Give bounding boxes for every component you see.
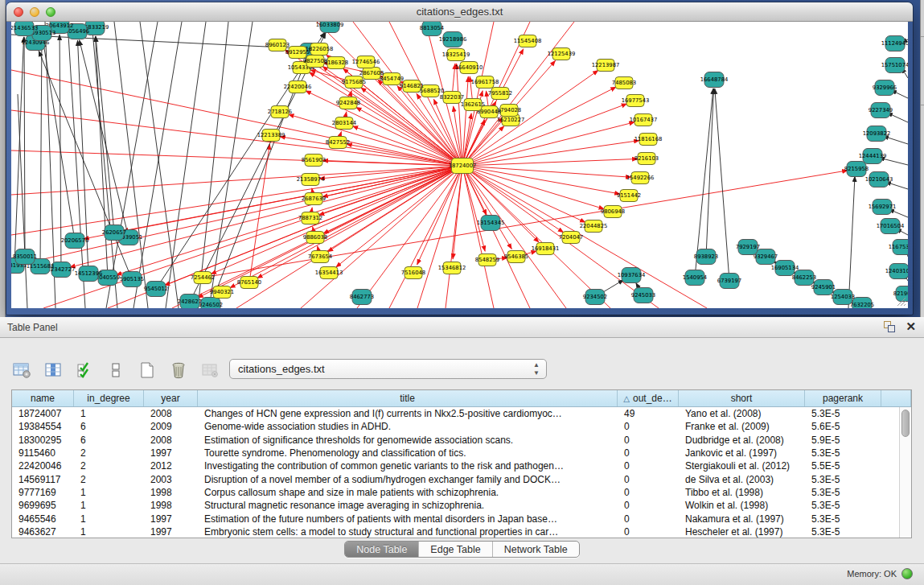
network-node-teal[interactable]: 9234502 — [583, 290, 607, 305]
delete-column-icon[interactable] — [168, 360, 189, 381]
table-row[interactable]: 1456911722003Disruption of a novel membe… — [12, 472, 899, 485]
vertical-scrollbar[interactable] — [899, 407, 911, 538]
import-table-disabled-icon[interactable] — [199, 360, 220, 381]
column-header-title[interactable]: title — [198, 390, 618, 406]
column-header-in_degree[interactable]: in_degree — [74, 390, 144, 406]
network-node-yellow[interactable]: 9175685 — [342, 76, 366, 89]
network-node-yellow[interactable]: 16354413 — [315, 267, 343, 279]
network-node-yellow[interactable]: 11816168 — [634, 134, 663, 146]
row-height-icon[interactable] — [105, 360, 126, 381]
network-node-teal[interactable]: 2620657 — [102, 225, 126, 241]
table-options-icon[interactable] — [11, 360, 32, 381]
tab-node-table[interactable]: Node Table — [345, 542, 419, 557]
network-node-yellow[interactable]: 8561903 — [302, 154, 326, 167]
float-panel-icon[interactable] — [883, 320, 896, 333]
network-node-teal[interactable]: 6739197 — [717, 274, 741, 289]
network-node-yellow[interactable]: 12125439 — [548, 48, 576, 60]
network-node-yellow[interactable]: 9151442 — [617, 190, 641, 202]
network-node-yellow[interactable]: 1362615 — [461, 99, 485, 111]
table-row[interactable]: 1830029562008Estimation of significance … — [12, 434, 899, 447]
network-node-yellow[interactable]: 15346812 — [438, 262, 466, 274]
table-row[interactable]: 2242004622012Investigating the contribut… — [12, 459, 899, 472]
column-header-pagerank[interactable]: pagerank — [805, 390, 881, 406]
network-node-yellow[interactable]: 8765140 — [237, 277, 261, 289]
network-node-yellow[interactable]: 18724007 — [449, 159, 477, 174]
network-node-yellow[interactable]: 8427552 — [326, 137, 350, 149]
network-node-teal[interactable]: 20206576 — [61, 233, 89, 249]
network-node-teal[interactable]: 8215958 — [844, 162, 869, 177]
network-node-yellow[interactable]: 2718126 — [268, 106, 292, 118]
network-node-teal[interactable]: 8462773 — [350, 290, 374, 305]
network-node-teal[interactable]: 8462253 — [792, 270, 816, 286]
column-header-short[interactable]: short — [679, 390, 805, 406]
network-node-yellow[interactable]: 7254462 — [191, 272, 215, 284]
network-node-teal[interactable]: 1254033 — [831, 290, 855, 305]
network-node-teal[interactable]: 9246502 — [199, 298, 223, 309]
tab-network-table[interactable]: Network Table — [493, 542, 579, 557]
table-row[interactable]: 946554611997Estimation of the future num… — [12, 512, 899, 525]
network-node-yellow[interactable]: 7485083 — [612, 77, 636, 89]
network-node-teal[interactable]: 16648784 — [700, 72, 729, 88]
network-node-teal[interactable]: 7929197 — [736, 240, 760, 255]
network-node-teal[interactable]: 19218986 — [439, 32, 467, 47]
network-node-yellow[interactable]: 9827508 — [303, 56, 327, 68]
network-node-yellow[interactable]: 8548259 — [475, 254, 499, 266]
network-canvas[interactable]: 8219041124031061167533517016504156929711… — [11, 22, 908, 308]
network-node-yellow[interactable]: 12746546 — [352, 56, 380, 68]
network-node-teal[interactable]: 9329966 — [873, 80, 897, 96]
table-row[interactable]: 1938455462009Genome-wide association stu… — [12, 420, 899, 433]
network-view-window[interactable]: citations_edges.txt 82190411240310611675… — [6, 2, 913, 315]
network-node-teal[interactable]: 1540954 — [683, 270, 707, 286]
network-node-yellow[interactable]: 7516048 — [401, 267, 425, 279]
left-divider-strip[interactable] — [0, 0, 6, 317]
table-row[interactable]: 946362711997Embryonic stem cells: a mode… — [12, 525, 899, 538]
table-row[interactable]: 1872400712008Changes of HCN gene express… — [12, 407, 899, 420]
table-row[interactable]: 911546021997Tourette syndrome. Phenomeno… — [12, 447, 899, 459]
scrollbar-thumb[interactable] — [901, 410, 910, 437]
network-node-yellow[interactable]: 16977543 — [622, 95, 650, 107]
network-node-yellow[interactable]: 9940321 — [210, 286, 234, 299]
show-columns-icon[interactable] — [43, 360, 64, 381]
network-node-yellow[interactable]: 2867608 — [359, 68, 384, 80]
network-table-selector[interactable]: citations_edges.txt ▲▼ — [229, 359, 547, 379]
network-node-yellow[interactable]: 12213389 — [257, 130, 285, 142]
network-node-yellow[interactable]: 11545408 — [514, 35, 542, 47]
network-node-yellow[interactable]: 7673654 — [308, 251, 332, 263]
column-header-year[interactable]: year — [144, 390, 198, 406]
network-node-yellow[interactable]: 2687639 — [302, 193, 326, 205]
table-row[interactable]: 969969511998Structural magnetic resonanc… — [12, 499, 899, 512]
network-node-yellow[interactable]: 12213987 — [592, 60, 620, 72]
network-node-teal[interactable]: 11124940 — [881, 36, 908, 51]
network-node-yellow[interactable]: 8216103 — [634, 153, 659, 165]
network-node-teal[interactable]: 8350011 — [13, 249, 37, 265]
window-titlebar[interactable]: citations_edges.txt — [6, 2, 913, 22]
network-node-teal[interactable]: 15751074 — [881, 58, 908, 73]
memory-status-button[interactable] — [901, 568, 913, 579]
network-node-yellow[interactable]: 18325419 — [442, 49, 470, 61]
network-node-yellow[interactable]: 2803144 — [332, 117, 356, 130]
network-node-teal[interactable]: 12403106 — [885, 264, 908, 279]
column-header-out_de[interactable]: △out_de… — [618, 390, 679, 406]
network-node-teal[interactable]: 2428627 — [178, 295, 202, 309]
tab-edge-table[interactable]: Edge Table — [419, 542, 492, 557]
network-node-teal[interactable]: 9545012 — [144, 282, 168, 297]
network-node-teal[interactable]: 17016504 — [877, 219, 905, 234]
network-node-teal[interactable]: 9245901 — [811, 280, 836, 295]
network-node-teal[interactable]: 8938923 — [694, 249, 718, 265]
network-node-yellow[interactable]: 16640910 — [455, 62, 483, 74]
network-node-yellow[interactable]: 7955812 — [488, 88, 512, 100]
network-node-yellow[interactable]: 8960123 — [265, 39, 290, 51]
network-node-yellow[interactable]: 22420046 — [284, 81, 312, 93]
close-panel-icon[interactable]: ✕ — [906, 320, 916, 333]
resize-grip-icon[interactable] — [895, 295, 906, 307]
network-node-teal[interactable]: 5905135 — [120, 272, 144, 287]
network-node-yellow[interactable]: 9806948 — [601, 206, 625, 218]
network-node-teal[interactable]: 11675335 — [889, 240, 908, 255]
network-node-yellow[interactable]: 7204047 — [559, 232, 583, 244]
network-node-teal[interactable]: 9245033 — [631, 288, 655, 303]
network-node-yellow[interactable]: 15492266 — [626, 172, 655, 184]
network-node-teal[interactable]: 15692971 — [869, 200, 897, 215]
network-node-teal[interactable]: 10210643 — [865, 172, 893, 187]
network-graph[interactable]: 8219041124031061167533517016504156929711… — [11, 22, 908, 308]
select-all-icon[interactable] — [74, 360, 95, 381]
